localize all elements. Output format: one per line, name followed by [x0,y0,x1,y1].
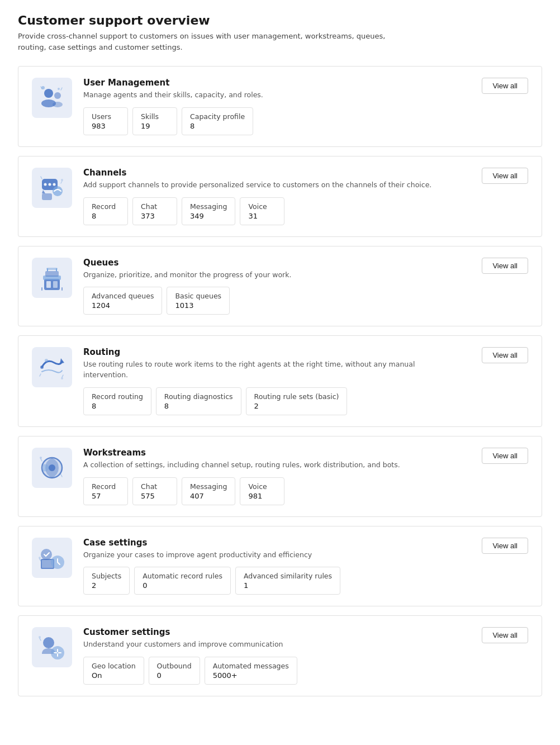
workstreams-icon [32,448,72,488]
case-settings-view-all-button[interactable]: View all [482,538,528,554]
user-management-title: User Management [83,78,263,88]
stat-value: 5000+ [213,671,289,680]
svg-point-32 [43,637,54,648]
routing-stat-row: Record routing8Routing diagnostics8Routi… [83,387,528,415]
stat-value: 373 [141,212,169,220]
workstreams-title: Workstreams [83,448,400,458]
case-settings-title-block: Case settingsOrganize your cases to impr… [83,538,312,561]
stat-box-record: Record8 [83,197,128,225]
svg-point-31 [39,557,41,559]
stat-value: 349 [190,212,227,220]
user-management-view-all-button[interactable]: View all [482,78,528,94]
customer-settings-view-all-button[interactable]: View all [482,627,528,643]
stat-box-skills: Skills19 [132,107,177,135]
stat-value: 2 [254,402,339,410]
channels-icon [32,168,72,208]
stat-value: 407 [190,492,227,500]
queues-header: QueuesOrganize, prioritize, and monitor … [83,258,528,281]
stat-value: 8 [164,402,233,410]
queues-body: QueuesOrganize, prioritize, and monitor … [83,258,528,315]
user-management-header: User ManagementManage agents and their s… [83,78,528,101]
queues-view-all-button[interactable]: View all [482,258,528,274]
customer-settings-header: Customer settingsUnderstand your custome… [83,627,528,650]
customer-settings-title-block: Customer settingsUnderstand your custome… [83,627,283,650]
stat-value: 1204 [92,301,154,310]
routing-body: RoutingUse routing rules to route work i… [83,347,528,415]
stat-box-record: Record57 [83,477,128,505]
case-settings-stat-row: Subjects2Automatic record rules0Advanced… [83,567,528,595]
stat-box-outbound: Outbound0 [149,657,200,685]
stat-box-chat: Chat575 [132,477,177,505]
channels-view-all-button[interactable]: View all [482,168,528,184]
stat-label: Voice [248,202,276,211]
user-management-body: User ManagementManage agents and their s… [83,78,528,135]
user-management-description: Manage agents and their skills, capacity… [83,90,263,101]
stat-value: 0 [143,581,222,590]
stat-label: Voice [248,482,276,491]
queues-stat-row: Advanced queues1204Basic queues1013 [83,287,528,315]
page-title: Customer support overview [18,13,542,27]
stat-box-routing-rule-sets-(basic): Routing rule sets (basic)2 [246,387,348,415]
stat-label: Messaging [190,202,227,211]
routing-icon [32,347,72,387]
svg-rect-15 [53,281,58,288]
stat-value: 981 [248,492,276,500]
workstreams-view-all-button[interactable]: View all [482,448,528,464]
stat-box-advanced-similarity-rules: Advanced similarity rules1 [235,567,340,595]
stat-box-voice: Voice31 [240,197,284,225]
stat-value: 8 [92,402,143,410]
svg-point-22 [61,377,63,379]
stat-label: Chat [141,202,169,211]
svg-point-8 [49,183,51,186]
stat-box-capacity-profile: Capacity profile8 [182,107,253,135]
stat-box-messaging: Messaging349 [182,197,235,225]
section-card-user-management: User ManagementManage agents and their s… [18,66,542,147]
svg-point-34 [39,636,41,638]
svg-point-26 [40,457,42,459]
case-settings-header: Case settingsOrganize your cases to impr… [83,538,528,561]
section-card-queues: QueuesOrganize, prioritize, and monitor … [18,246,542,327]
section-card-routing: RoutingUse routing rules to route work i… [18,335,542,427]
stat-box-messaging: Messaging407 [182,477,235,505]
routing-view-all-button[interactable]: View all [482,347,528,363]
stat-value: 1 [244,581,332,590]
stat-label: Advanced similarity rules [244,572,332,580]
stat-value: 1013 [175,301,221,310]
stat-label: Basic queues [175,292,221,300]
section-card-workstreams: WorkstreamsA collection of settings, inc… [18,436,542,517]
customer-settings-icon [32,627,72,667]
stat-label: Outbound [157,662,192,670]
workstreams-header: WorkstreamsA collection of settings, inc… [83,448,528,471]
svg-point-25 [49,464,55,471]
user-management-title-block: User ManagementManage agents and their s… [83,78,263,101]
svg-point-2 [54,92,61,99]
page-subtitle: Provide cross-channel support to custome… [18,31,409,53]
routing-title: Routing [83,347,447,357]
section-card-case-settings: Case settingsOrganize your cases to impr… [18,526,542,607]
stat-box-automated-messages: Automated messages5000+ [205,657,297,685]
case-settings-title: Case settings [83,538,312,548]
stat-box-automatic-record-rules: Automatic record rules0 [134,567,231,595]
svg-point-0 [44,89,53,98]
svg-point-5 [58,88,60,90]
stat-box-record-routing: Record routing8 [83,387,151,415]
customer-settings-stat-row: Geo locationOnOutbound0Automated message… [83,657,528,685]
svg-rect-11 [42,193,52,200]
routing-description: Use routing rules to route work items to… [83,359,447,381]
channels-body: ChannelsAdd support channels to provide … [83,168,528,225]
workstreams-body: WorkstreamsA collection of settings, inc… [83,448,528,505]
svg-rect-14 [46,281,51,288]
stat-box-advanced-queues: Advanced queues1204 [83,287,162,315]
stat-label: Messaging [190,482,227,491]
stat-value: 2 [92,581,121,590]
queues-icon [32,258,72,298]
svg-point-9 [53,183,56,186]
stat-value: 575 [141,492,169,500]
stat-label: Users [92,112,120,121]
svg-point-30 [41,549,52,560]
customer-settings-description: Understand your customers and improve co… [83,639,283,650]
stat-label: Skills [141,112,169,121]
stat-label: Automatic record rules [143,572,222,580]
sections-container: User ManagementManage agents and their s… [18,66,542,696]
queues-title: Queues [83,258,291,268]
